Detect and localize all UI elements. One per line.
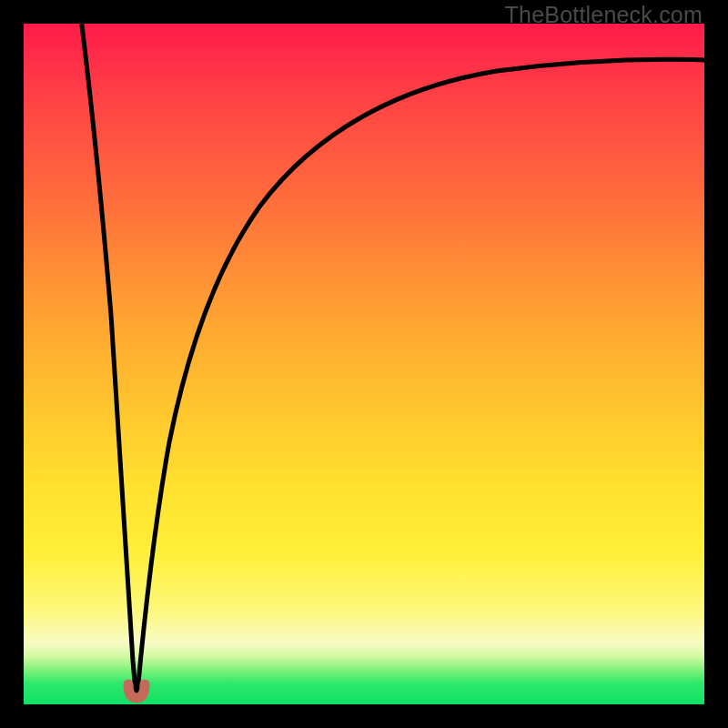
curve-left-branch bbox=[81, 24, 136, 693]
watermark-label: TheBottleneck.com bbox=[505, 2, 703, 28]
curve-layer bbox=[24, 24, 704, 704]
chart-frame: TheBottleneck.com bbox=[0, 0, 728, 728]
curve-right-branch bbox=[137, 59, 704, 693]
plot-area bbox=[24, 24, 704, 704]
